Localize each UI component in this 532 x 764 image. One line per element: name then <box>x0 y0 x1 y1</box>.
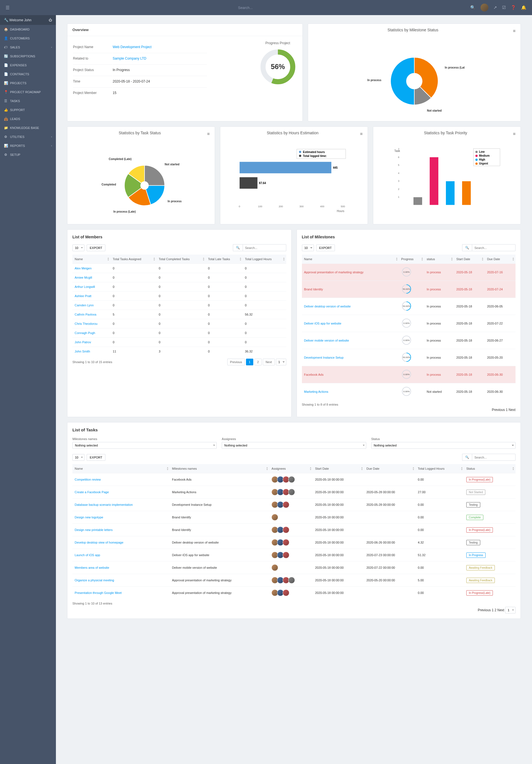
milestone-name[interactable]: Development Instance Setup <box>302 349 399 366</box>
milestone-name[interactable]: Marketing Actions <box>302 383 399 400</box>
cell[interactable]: Amiee Mcgill <box>72 273 110 282</box>
global-search-input[interactable] <box>238 6 294 10</box>
checklist-icon[interactable]: ☑ <box>502 5 506 10</box>
user-avatar[interactable] <box>480 4 488 11</box>
chart-menu-icon[interactable]: ≡ <box>513 29 515 34</box>
col-header[interactable]: Start Date▲▼ <box>454 255 485 264</box>
cell[interactable]: John Smith <box>72 347 110 356</box>
page-jump-select[interactable]: 1 <box>505 607 515 614</box>
sidebar-item-expenses[interactable]: 📄EXPENSES <box>0 61 56 70</box>
col-header[interactable]: Name▲▼ <box>72 464 170 473</box>
task-name[interactable]: Launch of iOS app <box>72 549 170 561</box>
col-header[interactable]: Total Completed Tasks▲▼ <box>157 255 206 264</box>
task-search-input[interactable] <box>472 454 515 461</box>
sidebar-item-support[interactable]: 👍SUPPORT <box>0 105 56 114</box>
sidebar-item-setup[interactable]: ⚙SETUP <box>0 150 56 159</box>
sidebar-item-knowledge-base[interactable]: 📁KNOWLEDGE BASE <box>0 123 56 132</box>
milestone-name[interactable]: Deliver desktop version of website <box>302 298 399 315</box>
col-header[interactable]: Due Date▲▼ <box>364 464 416 473</box>
col-header[interactable]: Milestones names▲▼ <box>170 464 269 473</box>
avatar[interactable] <box>271 564 278 571</box>
task-name[interactable]: Competition review <box>72 473 170 486</box>
milestone-name[interactable]: Brand Identity <box>302 281 399 298</box>
cell[interactable]: John Patrov <box>72 338 110 347</box>
page-2-button[interactable]: 2 <box>494 608 496 612</box>
next-page-button[interactable]: Next <box>263 359 275 365</box>
sidebar-item-customers[interactable]: 👤CUSTOMERS <box>0 34 56 43</box>
col-header[interactable]: Start Date▲▼ <box>313 464 364 473</box>
task-name[interactable]: Design new logotype <box>72 511 170 524</box>
avatar[interactable] <box>283 526 289 533</box>
chart-menu-icon[interactable]: ≡ <box>207 131 210 136</box>
notifications-icon[interactable]: 🔔 <box>521 5 526 10</box>
avatar[interactable] <box>283 539 289 546</box>
export-button[interactable]: EXPORT <box>87 454 105 461</box>
member-search-input[interactable] <box>243 244 286 251</box>
avatar[interactable] <box>283 501 289 508</box>
cell[interactable]: Cathrin Pavlova <box>72 310 110 319</box>
chart-menu-icon[interactable]: ≡ <box>360 131 362 136</box>
sidebar-item-contracts[interactable]: 📄CONTRACTS <box>0 70 56 79</box>
task-name[interactable]: Organize a physicial meeting <box>72 574 170 587</box>
page-jump-select[interactable]: 1 <box>276 359 286 365</box>
export-button[interactable]: EXPORT <box>87 245 105 251</box>
cell[interactable]: Arthur Longwill <box>72 282 110 291</box>
col-header[interactable]: Total Late Tasks▲▼ <box>206 255 243 264</box>
sidebar-item-reports[interactable]: 📊REPORTS‹ <box>0 141 56 150</box>
page-size-select[interactable]: 10 <box>302 245 314 251</box>
avatar[interactable] <box>288 577 295 584</box>
task-name[interactable]: Develop desktop view of homepage <box>72 536 170 549</box>
sidebar-item-leads[interactable]: 👜LEADS <box>0 114 56 123</box>
col-header[interactable]: Progress▲▼ <box>399 255 424 264</box>
share-icon[interactable]: ↗ <box>493 5 497 10</box>
col-header[interactable]: Assignees▲▼ <box>269 464 313 473</box>
page-1-button[interactable]: 1 <box>492 608 494 612</box>
sidebar-item-dashboard[interactable]: 🏠DASHBOARD <box>0 25 56 34</box>
cell[interactable]: Alex Meigen <box>72 264 110 273</box>
col-header[interactable]: Due Date▲▼ <box>485 255 515 264</box>
sidebar-item-project-roadmap[interactable]: 📍PROJECT ROADMAP <box>0 88 56 96</box>
task-name[interactable]: Database backup scenario implementation <box>72 498 170 511</box>
search-icon[interactable]: 🔍 <box>462 244 472 251</box>
page-2-button[interactable]: 2 <box>254 359 262 365</box>
prev-page-button[interactable]: Previous <box>478 608 491 612</box>
task-name[interactable]: Presentation through Google Meet <box>72 587 170 599</box>
search-icon[interactable]: 🔍 <box>233 244 243 251</box>
milestone-name[interactable]: Facebook Ads <box>302 366 399 383</box>
avatar[interactable] <box>283 552 289 558</box>
export-button[interactable]: EXPORT <box>316 245 335 251</box>
sidebar-item-sales[interactable]: 🏷SALES‹ <box>0 43 56 52</box>
chart-menu-icon[interactable]: ≡ <box>513 131 515 136</box>
page-1-button[interactable]: 1 <box>246 359 253 365</box>
sidebar-item-utilities[interactable]: ⚙UTILITIES‹ <box>0 132 56 141</box>
cell[interactable]: Camden Lynn <box>72 301 110 310</box>
field-value[interactable]: Sample Company LTD <box>113 53 207 64</box>
col-header[interactable]: Total Tasks Assigned▲▼ <box>110 255 156 264</box>
milestone-name[interactable]: Deliver iOS app for website <box>302 315 399 332</box>
logo-icon[interactable]: ☰ <box>6 5 10 10</box>
sidebar-item-tasks[interactable]: ☰TASKS <box>0 96 56 105</box>
avatar[interactable] <box>271 514 278 521</box>
search-icon[interactable]: 🔍 <box>470 5 475 10</box>
prev-page-button[interactable]: Previous <box>492 408 505 412</box>
col-header[interactable]: Status▲▼ <box>464 464 515 473</box>
filter-select[interactable]: Nothing selected <box>222 442 366 449</box>
next-page-button[interactable]: Next <box>508 408 515 412</box>
task-name[interactable]: Members area of website <box>72 561 170 574</box>
search-icon[interactable]: 🔍 <box>462 454 472 461</box>
avatar[interactable] <box>288 489 295 495</box>
col-header[interactable]: Total Logged Hours▲▼ <box>243 255 286 264</box>
sidebar-item-projects[interactable]: 📊PROJECTS <box>0 79 56 88</box>
power-icon[interactable]: ⏻ <box>49 18 52 22</box>
col-header[interactable]: status▲▼ <box>424 255 454 264</box>
prev-page-button[interactable]: Previous <box>227 359 245 365</box>
col-header[interactable]: Name▲▼ <box>72 255 110 264</box>
milestone-name[interactable]: Approval presentation of marketing strat… <box>302 264 399 281</box>
col-header[interactable]: Name▲▼ <box>302 255 399 264</box>
cell[interactable]: Chris Theodorou <box>72 319 110 328</box>
col-header[interactable]: Total Logged Hours▲▼ <box>416 464 464 473</box>
field-value[interactable]: Web Development Project <box>113 42 207 52</box>
avatar[interactable] <box>283 589 289 596</box>
filter-select[interactable]: Nothing selected <box>72 442 217 449</box>
filter-select[interactable]: Nothing selected <box>371 442 515 449</box>
